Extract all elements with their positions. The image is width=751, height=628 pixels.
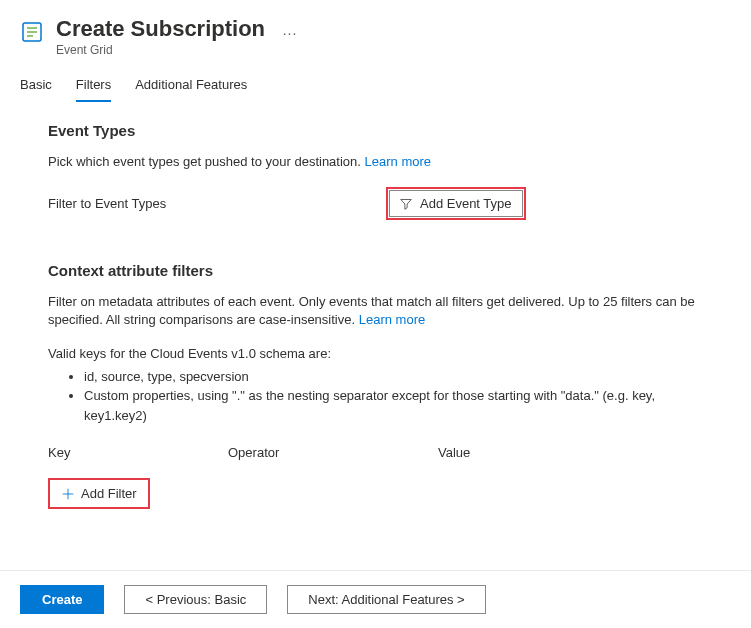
list-item: id, source, type, specversion (84, 367, 703, 387)
filter-to-event-types-label: Filter to Event Types (48, 196, 378, 211)
create-button[interactable]: Create (20, 585, 104, 614)
subscription-icon (20, 20, 44, 44)
column-key-header: Key (48, 445, 228, 460)
tab-additional-features[interactable]: Additional Features (135, 77, 247, 102)
column-operator-header: Operator (228, 445, 438, 460)
funnel-icon (400, 198, 412, 210)
event-types-description: Pick which event types get pushed to you… (48, 153, 703, 171)
page-header: Create Subscription ··· Event Grid (0, 0, 751, 65)
list-item: Custom properties, using "." as the nest… (84, 386, 703, 425)
next-button[interactable]: Next: Additional Features > (287, 585, 485, 614)
tab-basic[interactable]: Basic (20, 77, 52, 102)
context-filters-learn-more-link[interactable]: Learn more (359, 312, 425, 327)
page-title: Create Subscription (56, 16, 265, 42)
valid-keys-list: id, source, type, specversion Custom pro… (84, 367, 703, 426)
event-types-learn-more-link[interactable]: Learn more (365, 154, 431, 169)
previous-button[interactable]: < Previous: Basic (124, 585, 267, 614)
more-icon[interactable]: ··· (283, 25, 298, 41)
add-filter-highlight: Add Filter (48, 478, 150, 509)
context-filters-description: Filter on metadata attributes of each ev… (48, 293, 703, 329)
column-value-header: Value (438, 445, 703, 460)
add-filter-button[interactable]: Add Filter (51, 481, 147, 506)
filter-columns-header: Key Operator Value (48, 445, 703, 460)
add-event-type-highlight: Add Event Type (386, 187, 526, 220)
context-filters-heading: Context attribute filters (48, 262, 703, 279)
footer-bar: Create < Previous: Basic Next: Additiona… (0, 570, 751, 628)
page-subtitle: Event Grid (56, 43, 731, 57)
tab-bar: Basic Filters Additional Features (0, 65, 751, 102)
add-event-type-button[interactable]: Add Event Type (389, 190, 523, 217)
plus-icon (61, 487, 75, 501)
tab-filters[interactable]: Filters (76, 77, 111, 102)
event-types-heading: Event Types (48, 122, 703, 139)
valid-keys-label: Valid keys for the Cloud Events v1.0 sch… (48, 346, 703, 361)
